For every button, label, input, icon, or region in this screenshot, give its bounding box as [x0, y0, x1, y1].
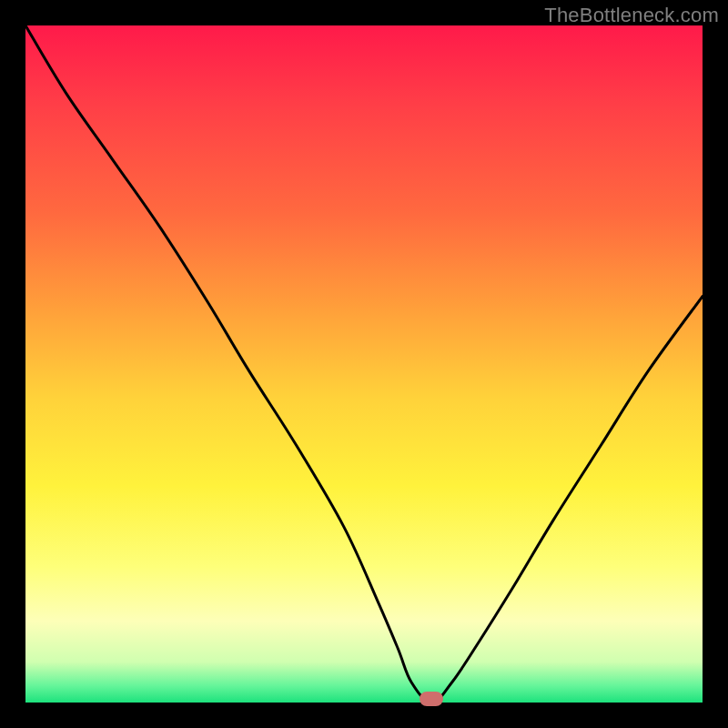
optimal-point-marker	[420, 692, 443, 706]
plot-area	[25, 25, 703, 703]
chart-frame: TheBottleneck.com	[0, 0, 728, 728]
chart-svg	[25, 25, 703, 703]
watermark-text: TheBottleneck.com	[544, 4, 719, 27]
gradient-background	[25, 25, 703, 703]
